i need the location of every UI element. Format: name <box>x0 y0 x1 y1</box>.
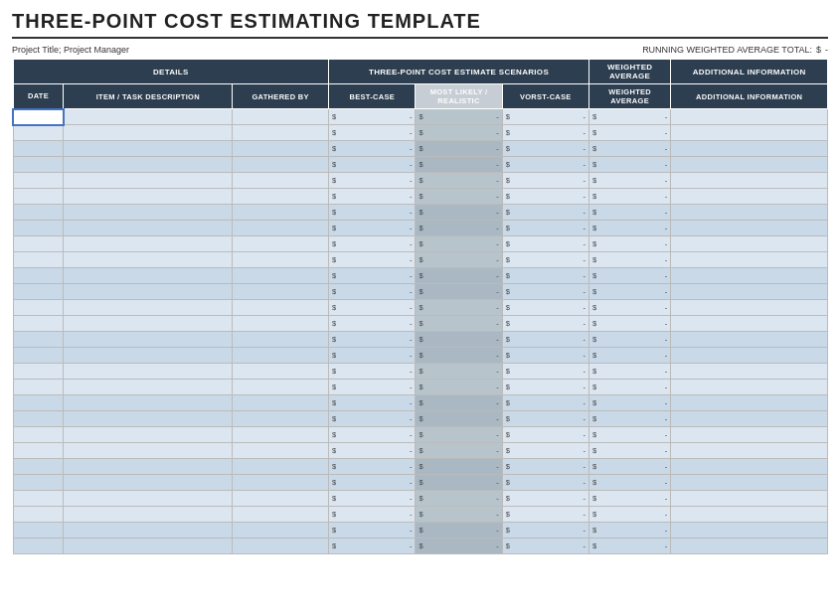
worst-cell: $- <box>502 348 588 364</box>
additional-cell <box>671 316 828 332</box>
desc-cell <box>64 268 233 284</box>
likely-cell: $- <box>416 205 502 221</box>
weighted-cell: $- <box>588 252 670 268</box>
gathered-cell <box>233 109 329 125</box>
weighted-cell: $- <box>588 459 670 475</box>
desc-cell <box>64 364 233 380</box>
currency-icon: $ <box>816 45 821 55</box>
best-cell: $- <box>329 539 416 554</box>
likely-col-header: MOST LIKELY / REALISTIC <box>416 84 502 109</box>
likely-cell: $- <box>416 189 502 205</box>
desc-cell <box>64 284 233 300</box>
date-cell <box>13 189 64 205</box>
best-cell: $- <box>329 300 416 316</box>
gathered-cell <box>233 284 329 300</box>
running-value: - <box>825 45 828 55</box>
weighted-cell: $- <box>588 523 670 539</box>
additional-cell <box>671 395 828 411</box>
likely-cell: $- <box>416 125 502 141</box>
worst-cell: $- <box>502 364 588 380</box>
worst-cell: $- <box>502 523 588 539</box>
worst-cell: $- <box>502 411 588 427</box>
gathered-cell <box>233 205 329 221</box>
additional-cell <box>671 475 828 491</box>
worst-cell: $- <box>502 109 588 125</box>
best-cell: $- <box>329 348 416 364</box>
table-row: $-$-$-$- <box>13 364 828 380</box>
running-total: RUNNING WEIGHTED AVERAGE TOTAL: $ - <box>642 45 828 55</box>
table-row: $-$-$-$- <box>13 395 828 411</box>
additional-cell <box>671 523 828 539</box>
worst-cell: $- <box>502 252 588 268</box>
table-row: $-$-$-$- <box>13 411 828 427</box>
best-cell: $- <box>329 459 416 475</box>
date-cell <box>13 491 64 507</box>
best-cell: $- <box>329 443 416 459</box>
worst-cell: $- <box>502 491 588 507</box>
gathered-cell <box>233 332 329 348</box>
gathered-cell <box>233 141 329 157</box>
best-cell: $- <box>329 523 416 539</box>
additional-cell <box>671 443 828 459</box>
additional-cell <box>671 189 828 205</box>
table-row: $-$-$-$- <box>13 109 828 125</box>
additional-cell <box>671 411 828 427</box>
worst-cell: $- <box>502 316 588 332</box>
gathered-cell <box>233 475 329 491</box>
gathered-cell <box>233 443 329 459</box>
date-cell <box>13 252 64 268</box>
desc-col-header: ITEM / TASK DESCRIPTION <box>64 84 233 109</box>
weighted-cell: $- <box>588 268 670 284</box>
likely-cell: $- <box>416 268 502 284</box>
best-cell: $- <box>329 268 416 284</box>
table-row: $-$-$-$- <box>13 141 828 157</box>
likely-cell: $- <box>416 332 502 348</box>
gathered-cell <box>233 252 329 268</box>
table-row: $-$-$-$- <box>13 205 828 221</box>
additional-cell <box>671 205 828 221</box>
weighted-cell: $- <box>588 284 670 300</box>
weighted-col-header: WEIGHTED AVERAGE <box>588 84 670 109</box>
gathered-cell <box>233 236 329 252</box>
worst-cell: $- <box>502 300 588 316</box>
best-cell: $- <box>329 395 416 411</box>
weighted-cell: $- <box>588 507 670 523</box>
date-cell[interactable] <box>13 109 64 125</box>
date-cell <box>13 332 64 348</box>
table-row: $-$-$-$- <box>13 523 828 539</box>
likely-cell: $- <box>416 316 502 332</box>
best-cell: $- <box>329 205 416 221</box>
date-cell <box>13 395 64 411</box>
likely-cell: $- <box>416 109 502 125</box>
desc-cell <box>64 252 233 268</box>
worst-cell: $- <box>502 173 588 189</box>
table-row: $-$-$-$- <box>13 316 828 332</box>
gathered-col-header: GATHERED BY <box>233 84 329 109</box>
best-cell: $- <box>329 316 416 332</box>
desc-cell <box>64 395 233 411</box>
weighted-cell: $- <box>588 491 670 507</box>
additional-cell <box>671 141 828 157</box>
weighted-cell: $- <box>588 300 670 316</box>
weighted-cell: $- <box>588 205 670 221</box>
additional-cell <box>671 539 828 554</box>
table-row: $-$-$-$- <box>13 221 828 236</box>
details-header: DETAILS <box>13 60 329 84</box>
weighted-cell: $- <box>588 109 670 125</box>
gathered-cell <box>233 395 329 411</box>
date-cell <box>13 523 64 539</box>
additional-header: ADDITIONAL INFORMATION <box>671 60 828 84</box>
worst-cell: $- <box>502 332 588 348</box>
worst-cell: $- <box>502 205 588 221</box>
date-cell <box>13 364 64 380</box>
likely-cell: $- <box>416 252 502 268</box>
weighted-cell: $- <box>588 427 670 443</box>
cost-estimate-table: DETAILS THREE-POINT COST ESTIMATE SCENAR… <box>12 59 828 554</box>
likely-cell: $- <box>416 157 502 173</box>
additional-cell <box>671 284 828 300</box>
date-input[interactable] <box>17 112 60 121</box>
header-top-row: DETAILS THREE-POINT COST ESTIMATE SCENAR… <box>13 60 828 84</box>
gathered-cell <box>233 221 329 236</box>
weighted-cell: $- <box>588 443 670 459</box>
desc-cell <box>64 316 233 332</box>
